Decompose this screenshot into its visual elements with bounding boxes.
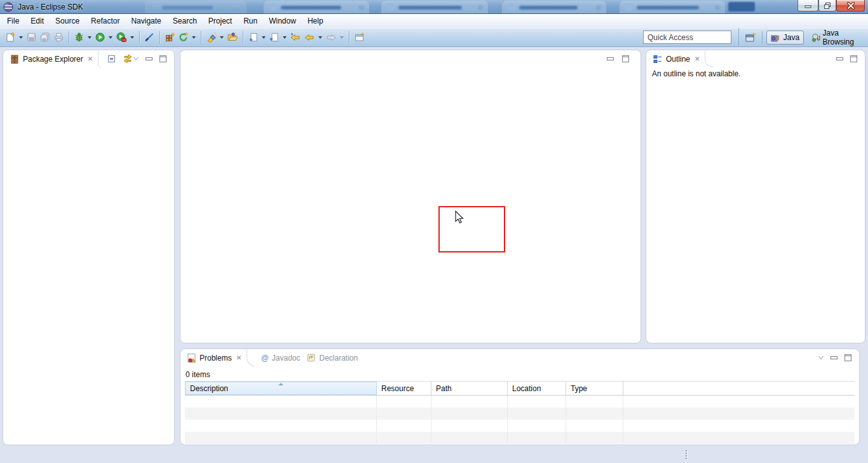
minimize-view-button[interactable]: [836, 57, 843, 60]
status-bar-drag-handle[interactable]: [686, 450, 687, 459]
last-edit-location-icon: [290, 32, 301, 43]
column-header-type[interactable]: Type: [566, 382, 623, 395]
run-external-tools-button[interactable]: [114, 30, 128, 45]
perspective-label: Java: [783, 33, 799, 42]
tab-package-explorer[interactable]: Package Explorer ✕: [6, 50, 97, 67]
column-header-description[interactable]: Description: [185, 382, 377, 395]
problems-header: Problems ✕ @ Javadoc Declaration: [180, 349, 859, 366]
tab-label: Javadoc: [272, 354, 301, 363]
titlebar: Java - Eclipse SDK: [0, 0, 868, 14]
save-all-button[interactable]: [38, 30, 52, 45]
menu-edit[interactable]: Edit: [25, 14, 50, 28]
previous-annotation-button[interactable]: [268, 30, 281, 45]
open-perspective-button[interactable]: [743, 30, 758, 45]
save-all-icon: [39, 32, 51, 43]
print-button[interactable]: [52, 30, 65, 45]
package-explorer-content[interactable]: [3, 67, 174, 441]
new-java-element-button[interactable]: [143, 30, 156, 45]
column-header-location[interactable]: Location: [508, 382, 566, 395]
tab-label: Problems: [200, 354, 232, 363]
close-button[interactable]: [836, 0, 865, 11]
tab-problems[interactable]: Problems ✕: [183, 349, 245, 366]
menu-project[interactable]: Project: [203, 14, 238, 28]
menu-file[interactable]: File: [1, 14, 25, 28]
menu-help[interactable]: Help: [302, 14, 329, 28]
open-editor-button[interactable]: [353, 30, 367, 45]
save-button[interactable]: [25, 30, 38, 45]
perspective-label: Java Browsing: [823, 29, 864, 46]
tab-javadoc[interactable]: @ Javadoc: [257, 349, 302, 366]
back-caret[interactable]: [318, 36, 322, 39]
java-perspective-icon: J: [771, 32, 781, 43]
column-header-path[interactable]: Path: [431, 382, 508, 395]
blurred-text: [519, 6, 578, 10]
editor-content[interactable]: [180, 67, 641, 341]
collapse-all-button[interactable]: [106, 53, 117, 64]
run-external-tools-caret[interactable]: [130, 36, 134, 39]
menu-window[interactable]: Window: [263, 14, 302, 28]
menu-run[interactable]: Run: [238, 14, 263, 28]
maximize-view-button[interactable]: [159, 55, 166, 62]
forward-button[interactable]: [324, 30, 338, 45]
maximize-view-button[interactable]: [850, 55, 857, 62]
menu-source[interactable]: Source: [50, 14, 85, 28]
tab-outline[interactable]: Outline ✕: [649, 50, 703, 67]
outline-message: An outline is not available.: [646, 67, 865, 78]
table-row: [185, 408, 855, 420]
minimize-view-button[interactable]: [831, 356, 837, 359]
debug-icon: [74, 32, 85, 43]
close-view-icon[interactable]: ✕: [86, 56, 94, 62]
outline-view: Outline ✕ An outline is not available.: [646, 50, 865, 343]
background-window-tab: [502, 1, 606, 13]
background-window-tab: [381, 1, 488, 13]
mouse-cursor-icon: [455, 211, 465, 225]
close-view-icon[interactable]: ✕: [693, 56, 701, 62]
back-icon: [304, 32, 315, 43]
quick-access-input[interactable]: [643, 31, 731, 44]
java-browsing-perspective-icon: J: [811, 32, 820, 43]
menu-search[interactable]: Search: [167, 14, 203, 28]
sort-ascending-icon: [278, 383, 283, 385]
perspective-java-browsing-button[interactable]: J Java Browsing: [808, 27, 868, 48]
tab-close-blob: [359, 5, 364, 10]
menu-navigate[interactable]: Navigate: [125, 14, 166, 28]
link-with-editor-button[interactable]: [122, 53, 133, 64]
run-button[interactable]: [93, 30, 107, 45]
next-annotation-caret[interactable]: [262, 36, 266, 39]
search-caret[interactable]: [220, 36, 224, 39]
minimize-button[interactable]: [797, 0, 818, 11]
column-header-resource[interactable]: Resource: [377, 382, 431, 395]
forward-caret[interactable]: [340, 36, 344, 39]
next-annotation-button[interactable]: [247, 30, 260, 45]
tab-declaration[interactable]: Declaration: [302, 349, 360, 366]
new-wizard-button[interactable]: [4, 30, 17, 45]
new-plugin-project-button[interactable]: [163, 30, 177, 45]
new-wizard-caret[interactable]: [19, 36, 23, 39]
new-class-button[interactable]: [177, 30, 190, 45]
restore-button[interactable]: [818, 0, 836, 11]
menu-refactor[interactable]: Refactor: [85, 14, 125, 28]
maximize-editor-button[interactable]: [622, 55, 629, 62]
new-class-caret[interactable]: [192, 36, 196, 39]
open-perspective-icon: [745, 32, 757, 43]
search-button[interactable]: [205, 30, 218, 45]
view-menu-button[interactable]: [133, 57, 139, 60]
previous-annotation-caret[interactable]: [283, 36, 287, 39]
close-view-icon[interactable]: ✕: [235, 355, 243, 361]
toolbar-separator: [349, 31, 349, 44]
debug-button[interactable]: [72, 30, 86, 45]
minimize-view-button[interactable]: [146, 57, 153, 60]
background-window-tab: [264, 1, 369, 13]
forward-icon: [325, 32, 337, 43]
last-edit-location-button[interactable]: [288, 30, 302, 45]
open-type-button[interactable]: [226, 30, 240, 45]
debug-caret[interactable]: [88, 36, 92, 39]
back-button[interactable]: [302, 30, 316, 45]
perspective-java-button[interactable]: J Java: [766, 31, 804, 45]
minimize-editor-button[interactable]: [607, 57, 614, 60]
run-caret[interactable]: [109, 36, 112, 39]
maximize-view-button[interactable]: [844, 354, 851, 361]
new-wizard-icon: [5, 32, 16, 43]
toolbar-separator: [139, 31, 140, 44]
view-menu-button[interactable]: [818, 356, 824, 359]
